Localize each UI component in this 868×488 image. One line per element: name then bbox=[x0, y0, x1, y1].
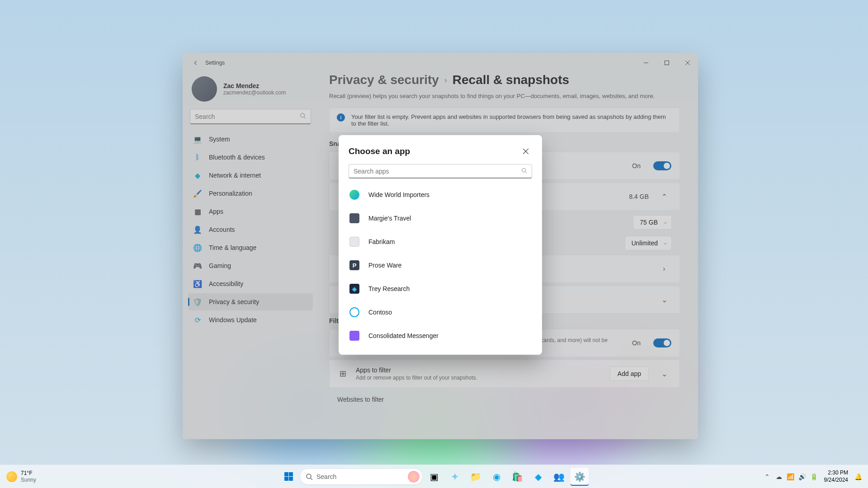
app-icon: P bbox=[349, 260, 359, 270]
tray-notifications[interactable]: 🔔 bbox=[853, 468, 863, 486]
app-icon: ◆ bbox=[349, 284, 359, 294]
app-button-1[interactable]: ◆ bbox=[529, 468, 547, 486]
app-icon bbox=[349, 213, 359, 223]
taskbar-search[interactable]: Search bbox=[300, 469, 422, 484]
app-item[interactable]: Margie's Travel bbox=[345, 206, 539, 230]
svg-line-11 bbox=[311, 478, 312, 480]
app-icon bbox=[349, 307, 359, 317]
clock-date: 9/24/2024 bbox=[824, 477, 848, 484]
search-icon bbox=[521, 167, 527, 175]
app-item[interactable]: Consolidated Messenger bbox=[345, 324, 539, 347]
app-icon bbox=[349, 331, 359, 341]
choose-app-modal: Choose an app Wide World Importers Margi… bbox=[339, 135, 542, 355]
teams-button[interactable]: 👥 bbox=[550, 468, 568, 486]
tray-onedrive[interactable]: ☁ bbox=[774, 468, 784, 486]
app-item[interactable]: PProse Ware bbox=[345, 253, 539, 277]
weather-temp: 71°F bbox=[21, 470, 36, 476]
app-item[interactable]: ◆Trey Research bbox=[345, 277, 539, 300]
start-button[interactable] bbox=[279, 468, 297, 486]
store-button[interactable]: 🛍️ bbox=[508, 468, 526, 486]
search-highlight-icon bbox=[408, 471, 420, 483]
taskbar-weather[interactable]: 71°F Sunny bbox=[6, 470, 36, 483]
app-list[interactable]: Wide World Importers Margie's Travel Fab… bbox=[339, 180, 542, 350]
edge-button[interactable]: ◉ bbox=[487, 468, 505, 486]
app-icon bbox=[349, 237, 359, 247]
app-item[interactable]: Fabrikam bbox=[345, 230, 539, 253]
taskbar-clock[interactable]: 2:30 PM 9/24/2024 bbox=[821, 469, 852, 483]
copilot-button[interactable]: ✦ bbox=[446, 468, 464, 486]
modal-search[interactable] bbox=[349, 164, 532, 178]
settings-window: Settings Zac Mendez zacmendez@outlook.co… bbox=[183, 53, 698, 439]
tray-chevron[interactable]: ⌃ bbox=[762, 468, 773, 486]
modal-title: Choose an app bbox=[349, 146, 410, 156]
weather-icon bbox=[6, 471, 17, 482]
modal-overlay[interactable]: Choose an app Wide World Importers Margi… bbox=[183, 53, 698, 439]
modal-search-input[interactable] bbox=[354, 168, 521, 175]
explorer-button[interactable]: 📁 bbox=[467, 468, 485, 486]
tray-battery[interactable]: 🔋 bbox=[809, 468, 820, 486]
tray-wifi[interactable]: 📶 bbox=[785, 468, 796, 486]
clock-time: 2:30 PM bbox=[824, 469, 848, 477]
taskbar: 71°F Sunny Search ▣ ✦ 📁 ◉ 🛍️ ◆ 👥 ⚙️ ⌃ ☁ … bbox=[0, 465, 868, 488]
settings-button[interactable]: ⚙️ bbox=[571, 468, 589, 486]
svg-point-8 bbox=[522, 168, 526, 172]
taskbar-search-label: Search bbox=[316, 473, 404, 480]
taskview-button[interactable]: ▣ bbox=[425, 468, 443, 486]
app-item[interactable]: Contoso bbox=[345, 300, 539, 324]
tray-volume[interactable]: 🔊 bbox=[797, 468, 808, 486]
app-item[interactable]: Wide World Importers bbox=[345, 183, 539, 206]
svg-line-9 bbox=[525, 171, 527, 173]
svg-point-10 bbox=[307, 474, 311, 479]
weather-cond: Sunny bbox=[21, 477, 36, 483]
modal-close-button[interactable] bbox=[519, 145, 532, 158]
app-icon bbox=[349, 190, 359, 200]
